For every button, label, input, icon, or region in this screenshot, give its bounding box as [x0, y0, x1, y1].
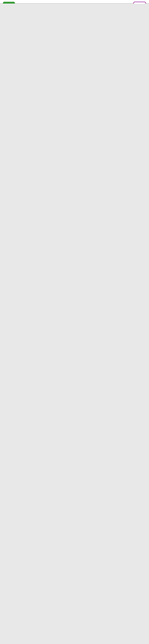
page-header: SS: [0, 0, 149, 4]
android-badge: SS: [3, 2, 15, 4]
logo-quiz-badge: [133, 2, 146, 4]
